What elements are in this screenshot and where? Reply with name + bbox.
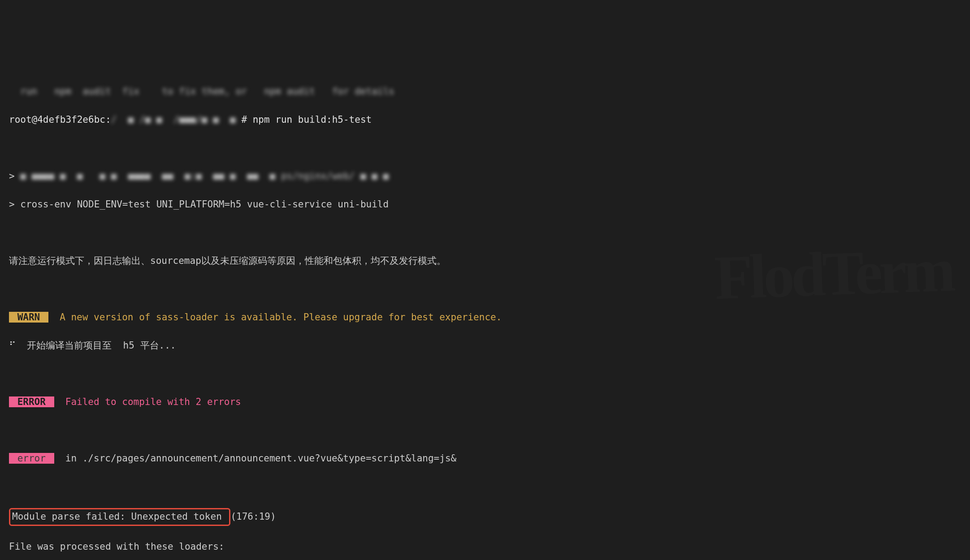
empty-line: [9, 141, 961, 155]
error-summary: Failed to compile with 2 errors: [54, 396, 241, 407]
error-badge: ERROR: [9, 396, 54, 407]
empty-line: [9, 367, 961, 381]
blurred-text: ■ ■■■■ ■ ■ ■ ■ ■■■■ ■■ ■:■ ■■ ■ ■■ ■ ps/…: [20, 171, 389, 181]
gt-symbol: >: [9, 199, 20, 210]
compile-message: 开始编译当前项目至 h5 平台...: [16, 340, 176, 351]
error-word-badge: error: [9, 453, 54, 464]
prompt-hash: #: [236, 114, 253, 125]
chinese-notice: 请注意运行模式下，因日志输出、sourcemap以及未压缩源码等原因，性能和包体…: [9, 254, 961, 268]
empty-line: [9, 423, 961, 438]
error-file-path: in ./src/pages/announcement/announcement…: [54, 453, 457, 464]
gt-symbol: >: [9, 171, 20, 181]
file-processed-label: File was processed with these loaders:: [9, 540, 961, 554]
empty-line: [9, 282, 961, 297]
blurred-line: run npm audit fix to fix them, or npm au…: [9, 86, 394, 97]
blurred-path: / ■ /■ ■ /■■■/■ ■ ■: [111, 114, 236, 125]
warn-message: A new version of sass-loader is availabl…: [48, 312, 502, 323]
error-location: (176:19): [230, 511, 276, 522]
cross-env-command: cross-env NODE_ENV=test UNI_PLATFORM=h5 …: [20, 199, 389, 210]
terminal-output: FlodTerm run npm audit fix to fix them, …: [0, 56, 970, 560]
spinner-icon: ⠋: [9, 340, 16, 351]
empty-line: [9, 226, 961, 240]
warn-badge: WARN: [9, 312, 48, 323]
empty-line: [9, 480, 961, 494]
highlighted-error-box: Module parse failed: Unexpected token: [9, 508, 230, 526]
command-text: npm run build:h5-test: [253, 114, 372, 125]
prompt-user: root@4defb3f2e6bc:: [9, 114, 111, 125]
